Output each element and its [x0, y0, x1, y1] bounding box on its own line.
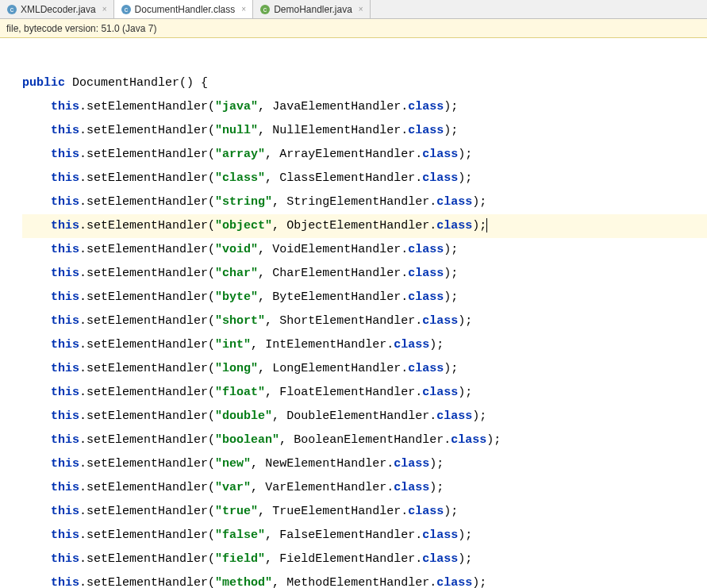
close-icon[interactable]: × [102, 5, 107, 13]
svg-text:c: c [124, 6, 128, 13]
code-line[interactable]: this.setElementHandler("double", DoubleE… [22, 405, 707, 429]
svg-text:c: c [10, 6, 14, 13]
java-class-icon: c [121, 4, 132, 15]
code-line-signature[interactable]: public DocumentHandler() { [22, 71, 707, 95]
code-line[interactable]: this.setElementHandler("short", ShortEle… [22, 309, 707, 333]
decompiler-info-bar: file, bytecode version: 51.0 (Java 7) [0, 19, 707, 38]
code-line[interactable]: this.setElementHandler("char", CharEleme… [22, 262, 707, 286]
tab-label: DemoHandler.java [274, 4, 352, 15]
tab-demohandler[interactable]: c DemoHandler.java × [253, 0, 371, 18]
code-line[interactable]: this.setElementHandler("method", MethodE… [22, 571, 707, 588]
code-line[interactable]: this.setElementHandler("null", NullEleme… [22, 119, 707, 143]
java-class-icon: c [259, 4, 271, 15]
svg-text:c: c [263, 6, 267, 13]
text-caret [486, 218, 487, 233]
code-line[interactable]: this.setElementHandler("boolean", Boolea… [22, 429, 707, 452]
code-line[interactable]: this.setElementHandler("int", IntElement… [22, 333, 707, 357]
code-line[interactable]: this.setElementHandler("string", StringE… [22, 190, 707, 214]
code-line[interactable]: this.setElementHandler("false", FalseEle… [22, 524, 707, 548]
tab-documenthandler[interactable]: c DocumentHandler.class × [114, 0, 254, 18]
code-line[interactable]: this.setElementHandler("void", VoidEleme… [22, 238, 707, 262]
tab-label: DocumentHandler.class [135, 4, 236, 15]
code-line[interactable]: this.setElementHandler("long", LongEleme… [22, 357, 707, 381]
code-line[interactable]: this.setElementHandler("true", TrueEleme… [22, 500, 707, 524]
info-bar-text: file, bytecode version: 51.0 (Java 7) [6, 23, 156, 34]
code-line[interactable]: this.setElementHandler("new", NewElement… [22, 452, 707, 476]
code-line[interactable]: this.setElementHandler("class", ClassEle… [22, 167, 707, 190]
java-class-icon: c [6, 4, 17, 15]
code-line[interactable]: this.setElementHandler("array", ArrayEle… [22, 143, 707, 167]
code-line[interactable]: this.setElementHandler("field", FieldEle… [22, 548, 707, 571]
code-line[interactable]: this.setElementHandler("byte", ByteEleme… [22, 286, 707, 309]
tab-label: XMLDecoder.java [21, 4, 96, 15]
code-line[interactable]: this.setElementHandler("var", VarElement… [22, 476, 707, 500]
code-editor[interactable]: public DocumentHandler() { this.setEleme… [0, 38, 707, 588]
code-line[interactable]: this.setElementHandler("object", ObjectE… [22, 214, 707, 238]
editor-tabs: c XMLDecoder.java × c DocumentHandler.cl… [0, 0, 707, 19]
code-line[interactable]: this.setElementHandler("java", JavaEleme… [22, 95, 707, 119]
tab-xmldecoder[interactable]: c XMLDecoder.java × [0, 0, 114, 18]
code-line[interactable]: this.setElementHandler("float", FloatEle… [22, 381, 707, 405]
close-icon[interactable]: × [359, 5, 363, 13]
close-icon[interactable]: × [241, 5, 246, 13]
